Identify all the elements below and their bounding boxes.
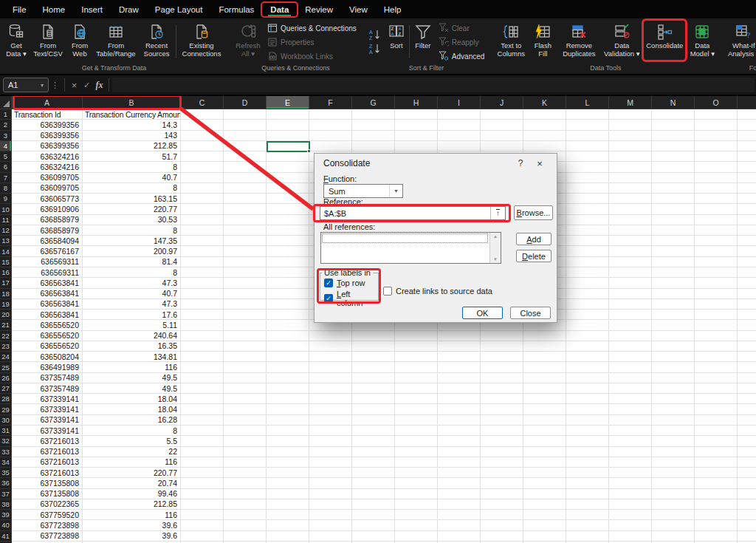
properties-button[interactable]: Properties [264, 35, 360, 49]
cell-a1[interactable]: Transaction Id [12, 109, 83, 119]
cell-a26[interactable]: 637357489 [12, 373, 83, 383]
cell-b4[interactable]: 212.85 [83, 141, 181, 151]
consolidate-button[interactable]: Consolidate [642, 20, 687, 64]
scroll-down-icon[interactable]: ▼ [493, 257, 498, 262]
row-number[interactable]: 37 [0, 489, 12, 499]
close-button[interactable]: Close [510, 307, 551, 319]
row-number[interactable]: 28 [0, 394, 12, 404]
cell-b11[interactable]: 30.53 [83, 215, 181, 225]
scroll-up-icon[interactable]: ▲ [493, 234, 498, 239]
cell-b25[interactable]: 116 [83, 362, 181, 372]
row-number[interactable]: 9 [0, 194, 12, 204]
cell-a21[interactable]: 636556520 [12, 320, 83, 329]
row-number[interactable]: 39 [0, 510, 12, 520]
column-header-J[interactable]: J [481, 96, 523, 109]
row-number[interactable]: 13 [0, 236, 12, 246]
recent-sources-button[interactable]: Recent Sources [138, 20, 175, 64]
column-header-A[interactable]: A [12, 96, 83, 109]
cell-a5[interactable]: 636324216 [12, 151, 83, 161]
column-header-E[interactable]: E [267, 96, 309, 109]
cell-a3[interactable]: 636399356 [12, 131, 83, 140]
row-number[interactable]: 36 [0, 478, 12, 488]
cell-b17[interactable]: 47.3 [83, 278, 181, 287]
row-number[interactable]: 19 [0, 299, 12, 310]
cell-a40[interactable]: 637723898 [12, 520, 83, 530]
column-header-I[interactable]: I [438, 96, 481, 109]
cell-a24[interactable]: 636508204 [12, 352, 83, 361]
row-number[interactable]: 20 [0, 310, 12, 320]
text-to-columns-button[interactable]: Text to Columns [493, 20, 529, 64]
cell-b3[interactable]: 143 [83, 131, 181, 140]
cell-b31[interactable]: 8 [83, 426, 181, 435]
column-header-F[interactable]: F [309, 96, 352, 109]
tab-help[interactable]: Help [376, 1, 410, 18]
cell-b32[interactable]: 5.5 [83, 436, 181, 445]
cell-a30[interactable]: 637339141 [12, 415, 83, 425]
tab-page-layout[interactable]: Page Layout [147, 1, 211, 18]
cell-b21[interactable]: 5.11 [83, 320, 181, 329]
function-select[interactable]: Sum ▾ [323, 184, 403, 198]
cell-b20[interactable]: 17.6 [83, 310, 181, 319]
workbook-links-button[interactable]: Workbook Links [264, 49, 360, 64]
ok-button[interactable]: OK [462, 307, 503, 319]
cell-a9[interactable]: 636065773 [12, 194, 83, 203]
cell-a31[interactable]: 637339141 [12, 426, 83, 435]
cell-a12[interactable]: 636858979 [12, 225, 83, 235]
row-number[interactable]: 2 [0, 120, 12, 130]
existing-connections-button[interactable]: Existing Connections [177, 20, 226, 64]
row-number[interactable]: 7 [0, 173, 12, 183]
from-web-button[interactable]: From Web [66, 20, 94, 64]
dialog-help-button[interactable]: ? [511, 158, 530, 168]
cell-a8[interactable]: 636099705 [12, 183, 83, 193]
what-if-analysis-button[interactable]: ? What-If Analysis ▾ [724, 20, 756, 64]
row-number[interactable]: 24 [0, 352, 12, 362]
fill-handle[interactable] [307, 149, 311, 153]
row-number[interactable]: 6 [0, 162, 12, 172]
cell-a13[interactable]: 636584094 [12, 236, 83, 245]
row-number[interactable]: 5 [0, 151, 12, 162]
insert-function-icon[interactable]: fx [93, 80, 106, 91]
cell-b9[interactable]: 163.15 [83, 194, 181, 203]
cell-b2[interactable]: 14.3 [83, 120, 181, 129]
cell-a6[interactable]: 636324216 [12, 162, 83, 171]
cell-b41[interactable]: 39.6 [83, 531, 181, 541]
name-box-dropdown-icon[interactable]: ▾ [41, 82, 44, 89]
row-number[interactable]: 18 [0, 289, 12, 299]
column-header-N[interactable]: N [652, 96, 695, 109]
row-number[interactable]: 32 [0, 436, 12, 446]
cell-a7[interactable]: 636099705 [12, 173, 83, 182]
browse-button[interactable]: Browse... [514, 205, 553, 220]
row-number[interactable]: 26 [0, 373, 12, 383]
sort-za-button[interactable]: ZA [368, 43, 382, 55]
cell-a10[interactable]: 636910906 [12, 204, 83, 214]
tab-file[interactable]: File [4, 1, 35, 18]
row-number[interactable]: 27 [0, 383, 12, 394]
row-number[interactable]: 3 [0, 131, 12, 141]
row-number[interactable]: 21 [0, 320, 12, 330]
column-header-L[interactable]: L [566, 96, 609, 109]
cell-b29[interactable]: 18.04 [83, 404, 181, 414]
cell-b35[interactable]: 220.77 [83, 468, 181, 477]
tab-draw[interactable]: Draw [111, 1, 147, 18]
delete-button[interactable]: Delete [516, 250, 551, 262]
cell-a4[interactable]: 636399356 [12, 141, 83, 151]
cell-b34[interactable]: 116 [83, 457, 181, 467]
row-number[interactable]: 14 [0, 246, 12, 256]
row-number[interactable]: 12 [0, 225, 12, 236]
cell-b19[interactable]: 47.3 [83, 299, 181, 309]
row-number[interactable]: 10 [0, 204, 12, 214]
column-header-O[interactable]: O [695, 96, 738, 109]
active-cell-e4[interactable] [267, 141, 310, 152]
sort-button[interactable]: ZAAZ Sort [385, 20, 408, 64]
cell-a38[interactable]: 637022365 [12, 499, 83, 509]
row-number[interactable]: 4 [0, 141, 12, 151]
from-text-csv-button[interactable]: From Text/CSV [30, 20, 66, 64]
cell-b13[interactable]: 147.35 [83, 236, 181, 245]
add-button[interactable]: Add [516, 233, 551, 245]
cell-b1[interactable]: Transaction Currency Amount [83, 109, 181, 119]
row-number[interactable]: 41 [0, 531, 12, 542]
tab-insert[interactable]: Insert [73, 1, 111, 18]
cell-b30[interactable]: 16.28 [83, 415, 181, 425]
row-number[interactable]: 23 [0, 341, 12, 352]
column-header-K[interactable]: K [523, 96, 566, 109]
